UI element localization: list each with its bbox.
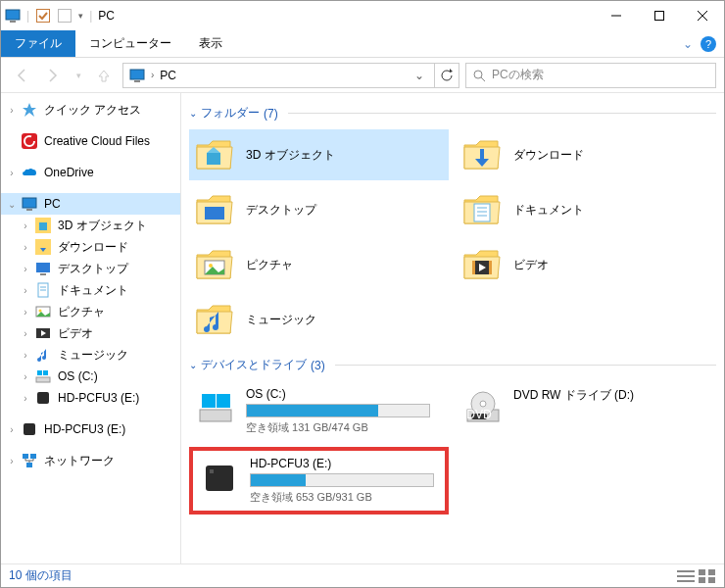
up-button[interactable] bbox=[91, 63, 117, 88]
sidebar-item[interactable]: ›OS (C:) bbox=[1, 366, 180, 387]
status-item-count: 10 個の項目 bbox=[9, 567, 72, 584]
folder-item[interactable]: ダウンロード bbox=[457, 129, 716, 180]
sidebar-item[interactable]: ⌄PC bbox=[1, 193, 180, 215]
svg-line-11 bbox=[481, 77, 485, 81]
content-pane[interactable]: ⌄ フォルダー (7) 3D オブジェクトダウンロードデスクトップドキュメントピ… bbox=[181, 93, 724, 564]
sidebar-item[interactable]: Creative Cloud Files bbox=[1, 130, 180, 152]
svg-rect-32 bbox=[23, 454, 28, 459]
sidebar-item[interactable]: ›ドキュメント bbox=[1, 279, 180, 301]
svg-rect-2 bbox=[37, 10, 50, 23]
recent-dropdown-icon[interactable]: ▾ bbox=[72, 63, 85, 88]
folder-item[interactable]: ドキュメント bbox=[457, 184, 716, 235]
sidebar-item[interactable]: ›ダウンロード bbox=[1, 236, 180, 258]
group-header-drives[interactable]: ⌄ デバイスとドライブ (3) bbox=[189, 357, 716, 373]
tree-twisty-icon[interactable]: › bbox=[19, 305, 32, 318]
address-dropdown-icon[interactable]: ⌄ bbox=[411, 69, 428, 82]
tree-twisty-icon[interactable]: › bbox=[19, 283, 32, 297]
tree-twisty-icon[interactable]: ⌄ bbox=[5, 197, 19, 211]
forward-button[interactable] bbox=[40, 63, 66, 88]
drive-free-text: 空き領域 653 GB/931 GB bbox=[250, 490, 439, 505]
tree-twisty-icon[interactable] bbox=[5, 134, 19, 148]
sidebar-item[interactable]: ›クイック アクセス bbox=[1, 99, 180, 121]
group-header-folders[interactable]: ⌄ フォルダー (7) bbox=[189, 105, 716, 122]
downloads-icon bbox=[460, 133, 504, 176]
music-icon bbox=[193, 298, 236, 341]
tree-twisty-icon[interactable]: › bbox=[19, 348, 32, 362]
ribbon-tab-view[interactable]: 表示 bbox=[185, 30, 236, 57]
window-controls bbox=[595, 1, 724, 30]
drive-item[interactable]: DVDDVD RW ドライブ (D:) bbox=[457, 381, 716, 441]
divider bbox=[288, 113, 716, 114]
navigation-pane[interactable]: ›クイック アクセスCreative Cloud Files›OneDrive⌄… bbox=[1, 93, 181, 564]
sidebar-item[interactable]: ›ネットワーク bbox=[1, 450, 180, 471]
folder-label: ドキュメント bbox=[513, 202, 584, 219]
tree-twisty-icon[interactable]: › bbox=[5, 103, 19, 117]
folder-label: ビデオ bbox=[513, 257, 549, 273]
sidebar-item[interactable]: ›ピクチャ bbox=[1, 301, 180, 322]
ribbon-tab-file[interactable]: ファイル bbox=[1, 30, 75, 57]
ribbon-expand-icon[interactable]: ⌄ bbox=[683, 37, 693, 51]
drive-item[interactable]: HD-PCFU3 (E:)空き領域 653 GB/931 GB bbox=[189, 447, 449, 514]
search-input[interactable]: PCの検索 bbox=[465, 63, 716, 88]
tree-twisty-icon[interactable]: › bbox=[5, 454, 19, 467]
folder-item[interactable]: 3D オブジェクト bbox=[189, 129, 449, 180]
checkbox-icon[interactable] bbox=[35, 8, 51, 24]
folder-item[interactable]: ピクチャ bbox=[189, 239, 449, 290]
help-icon[interactable]: ? bbox=[701, 36, 716, 52]
breadcrumb-location[interactable]: PC bbox=[160, 69, 176, 82]
svg-rect-48 bbox=[217, 394, 230, 408]
blank-icon[interactable] bbox=[57, 8, 72, 24]
svg-rect-55 bbox=[210, 469, 214, 473]
sidebar-item[interactable]: ›3D オブジェクト bbox=[1, 215, 180, 236]
folder-item[interactable]: ミュージック bbox=[189, 294, 449, 345]
3d-icon bbox=[34, 217, 52, 234]
back-button[interactable] bbox=[9, 63, 34, 88]
svg-rect-15 bbox=[26, 209, 32, 211]
maximize-button[interactable] bbox=[638, 1, 681, 30]
drive-name: HD-PCFU3 (E:) bbox=[250, 457, 439, 470]
qat-dropdown-icon[interactable]: ▾ bbox=[78, 11, 83, 21]
icons-view-button[interactable] bbox=[699, 569, 716, 583]
sidebar-item[interactable]: ›デスクトップ bbox=[1, 258, 180, 279]
sidebar-item-label: ピクチャ bbox=[58, 304, 105, 320]
cc-icon bbox=[21, 132, 38, 150]
sidebar-item[interactable]: ›OneDrive bbox=[1, 162, 180, 183]
folder-item[interactable]: ビデオ bbox=[457, 239, 716, 290]
tree-twisty-icon[interactable]: › bbox=[19, 369, 32, 383]
sidebar-item[interactable]: ›ビデオ bbox=[1, 322, 180, 344]
folder-item[interactable]: デスクトップ bbox=[189, 184, 449, 235]
tree-twisty-icon[interactable]: › bbox=[19, 219, 32, 232]
breadcrumb-chevron-icon[interactable]: › bbox=[151, 70, 154, 80]
drive-usage-bar bbox=[246, 404, 430, 417]
svg-rect-28 bbox=[37, 370, 42, 375]
folder-label: 3D オブジェクト bbox=[246, 147, 335, 164]
svg-rect-5 bbox=[655, 12, 664, 21]
tree-twisty-icon[interactable]: › bbox=[19, 391, 32, 405]
svg-rect-61 bbox=[699, 577, 705, 583]
close-button[interactable] bbox=[681, 1, 724, 30]
drive-ext-icon bbox=[199, 457, 240, 498]
tree-twisty-icon[interactable]: › bbox=[19, 262, 32, 275]
tree-twisty-icon[interactable]: › bbox=[5, 422, 19, 436]
svg-rect-3 bbox=[59, 10, 72, 23]
tree-twisty-icon[interactable]: › bbox=[19, 326, 32, 340]
ribbon-tab-computer[interactable]: コンピューター bbox=[75, 30, 185, 57]
pictures-icon bbox=[193, 243, 236, 286]
minimize-button[interactable] bbox=[595, 1, 638, 30]
svg-rect-37 bbox=[474, 204, 490, 221]
svg-rect-54 bbox=[206, 466, 233, 491]
address-bar[interactable]: › PC ⌄ bbox=[122, 63, 435, 88]
refresh-button[interactable] bbox=[434, 63, 459, 88]
sidebar-item[interactable]: ›HD-PCFU3 (E:) bbox=[1, 387, 180, 409]
tree-twisty-icon[interactable]: › bbox=[5, 166, 19, 179]
sidebar-item[interactable]: ›HD-PCFU3 (E:) bbox=[1, 418, 180, 440]
svg-point-51 bbox=[480, 401, 486, 407]
tree-twisty-icon[interactable]: › bbox=[19, 240, 32, 254]
sidebar-item[interactable]: ›ミュージック bbox=[1, 344, 180, 366]
drive-item[interactable]: OS (C:)空き領域 131 GB/474 GB bbox=[189, 381, 449, 441]
svg-rect-45 bbox=[489, 261, 492, 274]
details-view-button[interactable] bbox=[677, 569, 695, 583]
svg-rect-35 bbox=[207, 153, 220, 165]
svg-rect-58 bbox=[677, 580, 695, 582]
3d-icon bbox=[193, 133, 236, 176]
